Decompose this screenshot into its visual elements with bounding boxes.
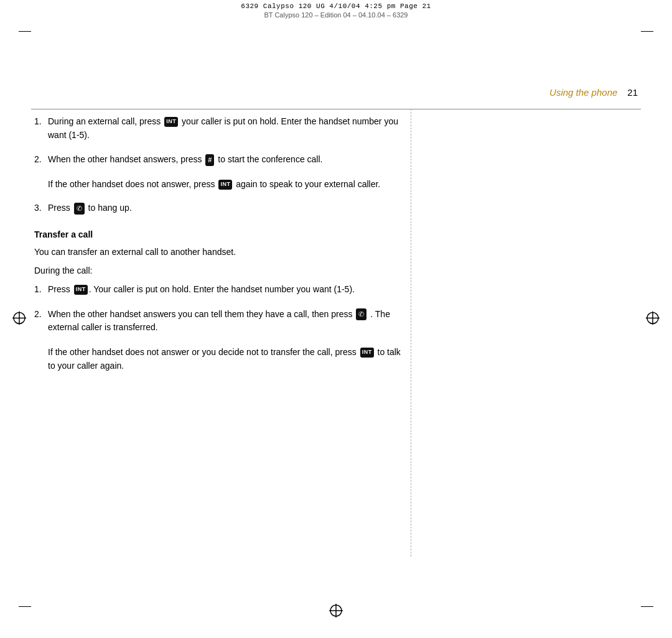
section-title-area: Using the phone 21 [549,87,638,98]
corner-mark-top-left [19,31,31,32]
list-content-3: Press ✆ to hang up. [48,201,408,215]
list-item-3: 3. Press ✆ to hang up. [34,201,408,215]
list-number-1: 1. [34,115,48,142]
main-content: 1. During an external call, press INT yo… [34,115,408,382]
corner-mark-bottom-left [19,606,31,607]
transfer-content-1: Press INT. Your caller is put on hold. E… [48,283,408,297]
right-edge-crosshair [646,312,660,327]
transfer-number-1: 1. [34,283,48,297]
list-item-2: 2. When the other handset answers, press… [34,153,408,167]
hash-icon-1: # [205,154,214,166]
header-line2: BT Calypso 120 – Edition 04 – 04.10.04 –… [264,11,408,19]
int-icon-2: INT [218,180,232,190]
transfer-item-1: 1. Press INT. Your caller is put on hold… [34,283,408,297]
int-icon-1: INT [164,117,178,127]
section-title: Using the phone [549,87,617,98]
vertical-divider [411,109,411,557]
list-content-2: When the other handset answers, press # … [48,153,408,167]
list-number-3: 3. [34,201,48,215]
corner-mark-top-right [641,31,653,32]
transfer-heading: Transfer a call [34,229,408,239]
transfer-number-2: 2. [34,308,48,335]
corner-mark-bottom-right [641,606,653,607]
int-icon-4: INT [360,348,374,358]
sub-para-2: If the other handset does not answer, pr… [34,178,408,192]
transfer-sub-para-2: If the other handset does not answer or … [34,346,408,372]
list-number-2: 2. [34,153,48,167]
int-icon-3: INT [74,285,88,295]
left-edge-crosshair [12,312,26,327]
transfer-during: During the call: [34,264,408,278]
transfer-item-2: 2. When the other handset answers you ca… [34,308,408,335]
list-item-1: 1. During an external call, press INT yo… [34,115,408,142]
transfer-content-2: When the other handset answers you can t… [48,308,408,335]
bottom-center-crosshair [329,604,343,619]
phone-icon-1: ✆ [74,203,85,215]
list-content-1: During an external call, press INT your … [48,115,408,142]
page-header: 6329 Calypso 120 UG 4/10/04 4:25 pm Page… [0,0,672,31]
transfer-intro: You can transfer an external call to ano… [34,246,408,259]
phone-icon-2: ✆ [356,308,366,320]
top-horizontal-rule [31,109,641,109]
header-line1: 6329 Calypso 120 UG 4/10/04 4:25 pm Page… [241,2,431,10]
page-number: 21 [627,87,638,98]
